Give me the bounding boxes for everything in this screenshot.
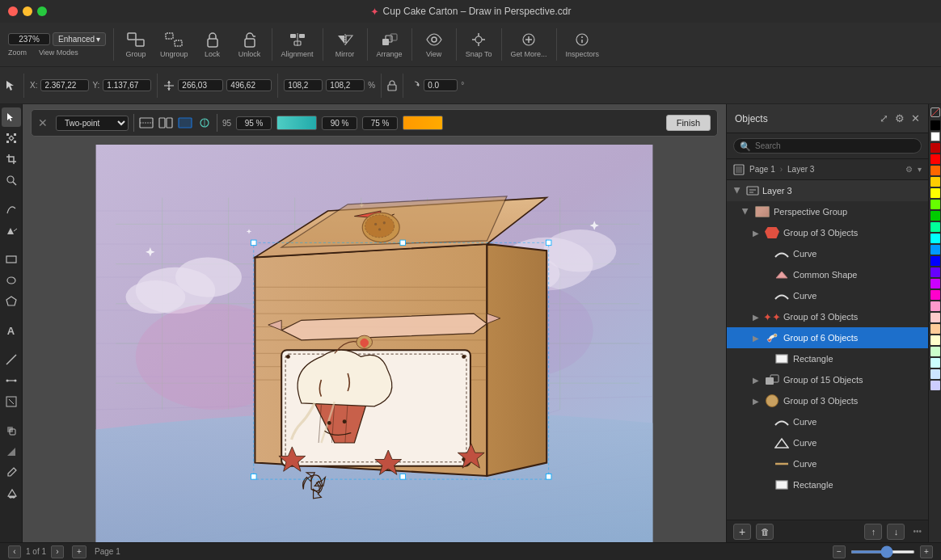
- color-swatch-teal[interactable]: [276, 116, 317, 130]
- dimension-tool[interactable]: [2, 392, 21, 411]
- opacity2-input[interactable]: [322, 116, 357, 130]
- transparency-tool[interactable]: [2, 442, 21, 461]
- eyedropper-tool[interactable]: [2, 463, 21, 482]
- color-cyan[interactable]: [930, 234, 940, 243]
- perspective-mode-select[interactable]: Two-point: [56, 116, 129, 131]
- color-blue[interactable]: [930, 256, 940, 266]
- lock-button[interactable]: Lock: [195, 27, 230, 61]
- delete-layer-button[interactable]: 🗑: [756, 524, 774, 540]
- color-amber[interactable]: [930, 177, 940, 187]
- panel-expand-icon[interactable]: ⤢: [880, 112, 888, 124]
- unlock-button[interactable]: Unlock: [232, 27, 268, 61]
- add-layer-button[interactable]: +: [733, 524, 751, 540]
- tree-item-curve-1[interactable]: ▶ Curve: [727, 243, 928, 264]
- zoom-tool[interactable]: [2, 171, 21, 190]
- text-tool[interactable]: A: [2, 321, 21, 340]
- color-black[interactable]: [930, 120, 940, 130]
- smart-fill-tool[interactable]: [2, 221, 21, 240]
- crop-tool[interactable]: [2, 149, 21, 169]
- color-sky[interactable]: [930, 245, 940, 255]
- freehand-tool[interactable]: [2, 200, 21, 219]
- next-page-button[interactable]: ›: [51, 545, 64, 558]
- enhanced-button[interactable]: Enhanced ▾: [53, 32, 106, 46]
- connector-tool[interactable]: [2, 371, 21, 390]
- view-button[interactable]: View: [416, 27, 452, 61]
- color-swatch-orange[interactable]: [403, 116, 443, 130]
- minimize-button[interactable]: [23, 6, 32, 16]
- get-more-button[interactable]: Get More...: [506, 27, 552, 61]
- color-mint[interactable]: [930, 222, 940, 232]
- pointer-tool[interactable]: [2, 107, 21, 127]
- zoom-slider[interactable]: [850, 550, 915, 554]
- color-yellow[interactable]: [930, 188, 940, 198]
- color-violet[interactable]: [930, 267, 940, 277]
- tree-item-group15[interactable]: ▶ Group of 15 Objects: [727, 369, 928, 390]
- panel-settings-icon[interactable]: ⚙: [895, 112, 905, 124]
- layer-chevron-icon[interactable]: ▾: [918, 165, 922, 174]
- color-dark-red[interactable]: [930, 143, 940, 153]
- move-up-button[interactable]: ↑: [864, 524, 882, 540]
- tree-item-rect-1[interactable]: ▶ Rectangle: [727, 348, 928, 369]
- tree-item-group3-cookie[interactable]: ▶ Group of 3 Objects: [727, 390, 928, 411]
- polygon-tool[interactable]: [2, 292, 21, 311]
- tree-item-perspective-group[interactable]: ▶ Perspective Group: [727, 201, 928, 222]
- prev-page-button[interactable]: ‹: [8, 545, 21, 558]
- tree-item-common-shape[interactable]: ▶ Common Shape: [727, 264, 928, 285]
- color-lavender[interactable]: [930, 381, 940, 390]
- panel-overflow-icon[interactable]: •••: [913, 527, 922, 536]
- perspective-close-icon[interactable]: ✕: [38, 116, 48, 129]
- color-peach[interactable]: [930, 324, 940, 334]
- opacity3-input[interactable]: [362, 116, 398, 130]
- maximize-button[interactable]: [37, 6, 47, 16]
- group-button[interactable]: Group: [118, 27, 154, 61]
- node-tool[interactable]: [2, 128, 21, 148]
- layer-settings-icon[interactable]: ⚙: [905, 165, 913, 174]
- height-pct-input[interactable]: [326, 79, 365, 91]
- move-down-button[interactable]: ↓: [887, 524, 905, 540]
- tree-item-curve-3[interactable]: ▶ Curve: [727, 411, 928, 432]
- zoom-input[interactable]: [8, 33, 50, 45]
- inspectors-button[interactable]: Inspectors: [561, 27, 605, 61]
- tree-item-curve-2[interactable]: ▶ Curve: [727, 285, 928, 306]
- rectangle-tool[interactable]: [2, 250, 21, 269]
- add-page-button[interactable]: +: [72, 545, 87, 558]
- layer-3-header[interactable]: ▶ Layer 3: [727, 180, 928, 201]
- alignment-button[interactable]: Alignment: [276, 27, 319, 61]
- color-magenta[interactable]: [930, 290, 940, 300]
- x-input[interactable]: [40, 79, 89, 91]
- fill-tool[interactable]: [2, 484, 21, 503]
- height-input[interactable]: [226, 79, 272, 91]
- snap-to-button[interactable]: Snap To: [461, 27, 497, 61]
- tree-item-group6[interactable]: ▶ Group of 6 Objects: [727, 327, 928, 348]
- color-light-green[interactable]: [930, 347, 940, 356]
- color-orange[interactable]: [930, 166, 940, 175]
- tree-item-curve-4[interactable]: ▶ Curve: [727, 432, 928, 453]
- line-tool[interactable]: [2, 350, 21, 369]
- tree-item-rect-2[interactable]: ▶ Rectangle: [727, 474, 928, 495]
- no-color-swatch[interactable]: [930, 107, 940, 117]
- ungroup-button[interactable]: Ungroup: [155, 27, 193, 61]
- color-red[interactable]: [930, 154, 940, 164]
- color-white[interactable]: [930, 132, 940, 141]
- arrange-button[interactable]: Arrange: [372, 27, 407, 61]
- canvas-area[interactable]: ✕ Two-point 95: [23, 104, 726, 542]
- search-input[interactable]: [733, 138, 922, 154]
- ellipse-tool[interactable]: [2, 271, 21, 290]
- tree-item-group3-1[interactable]: ▶ Group of 3 Objects: [727, 222, 928, 243]
- opacity1-input[interactable]: [236, 116, 272, 130]
- color-light-pink[interactable]: [930, 313, 940, 322]
- color-light-blue[interactable]: [930, 369, 940, 379]
- color-purple[interactable]: [930, 279, 940, 288]
- color-green[interactable]: [930, 211, 940, 221]
- finish-button[interactable]: Finish: [666, 115, 711, 131]
- width-input[interactable]: [178, 79, 223, 91]
- color-light-cyan[interactable]: [930, 358, 940, 368]
- color-pink[interactable]: [930, 301, 940, 311]
- tree-item-curve-5[interactable]: ▶ Curve: [727, 453, 928, 474]
- shadow-tool[interactable]: [2, 421, 21, 440]
- angle-input[interactable]: [424, 79, 458, 91]
- color-lime[interactable]: [930, 200, 940, 209]
- tree-item-group3-stars[interactable]: ▶ ✦✦ Group of 3 Objects: [727, 306, 928, 327]
- y-input[interactable]: [103, 79, 151, 91]
- width-pct-input[interactable]: [284, 79, 323, 91]
